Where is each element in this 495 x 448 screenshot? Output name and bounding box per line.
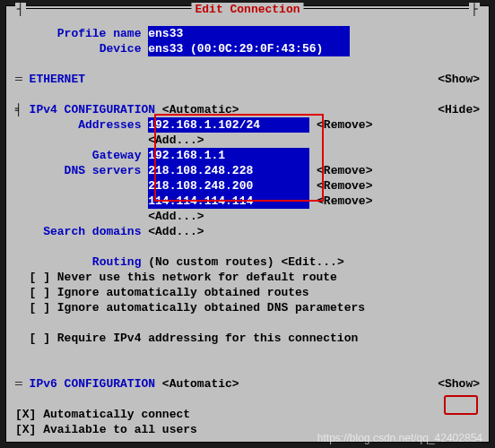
check-auto-connect[interactable]: [X] Automatically connect [15,407,480,422]
gateway-value[interactable]: 192.168.1.1 [148,148,309,163]
ipv6-show[interactable]: <Show> [438,376,480,392]
address-remove-0[interactable]: <Remove> [317,118,372,132]
dns-label: DNS servers [15,164,141,177]
ipv4-expand[interactable]: ╡ [15,103,30,116]
ipv4-mode[interactable]: <Automatic> [162,103,239,116]
ipv6-mode[interactable]: <Automatic> [162,377,239,391]
profile-label: Profile name [15,27,141,40]
address-value-0[interactable]: 192.168.1.102/24 [148,117,309,133]
ethernet-show[interactable]: <Show> [438,72,480,87]
address-add[interactable]: <Add...> [148,134,204,147]
dns-remove-2[interactable]: <Remove> [317,194,372,208]
routing-label: Routing [15,255,141,269]
ipv4-hide[interactable]: <Hide> [438,102,480,117]
routing-value: (No custom routes) [148,255,274,269]
device-label: Device [15,42,141,56]
check-default-route[interactable]: [ ] Never use this network for default r… [15,270,480,285]
search-label: Search domains [15,225,141,238]
profile-input[interactable]: ens33 [148,26,350,41]
ipv6-expand[interactable]: ═ [15,377,30,391]
watermark: https://blog.csdn.net/qq_42402854 [317,432,482,444]
check-ignore-dns[interactable]: [ ] Ignore automatically obtained DNS pa… [15,300,480,315]
dns-0[interactable]: 218.108.248.228 [148,163,309,178]
addresses-label: Addresses [15,118,141,132]
title-bar-right: ├ [469,3,480,16]
ethernet-label: ETHERNET [30,73,85,86]
gateway-label: Gateway [15,149,141,162]
ipv4-label: IPv4 CONFIGURATION [30,103,155,116]
check-require-ipv4[interactable]: [ ] Require IPv4 addressing for this con… [15,331,480,346]
title-bar-left: ┤ [15,3,26,16]
window-title: Edit Connection [191,3,303,16]
dns-remove-1[interactable]: <Remove> [317,179,372,193]
dns-2[interactable]: 114.114.114.114 [148,194,309,209]
search-add[interactable]: <Add...> [148,225,204,238]
routing-edit[interactable]: <Edit...> [282,255,344,269]
dns-remove-0[interactable]: <Remove> [317,164,372,177]
dns-1[interactable]: 218.108.248.200 [148,178,309,194]
ethernet-expand[interactable]: ═ [15,73,30,86]
device-input[interactable]: ens33 (00:0C:29:0F:43:56) [148,41,350,56]
check-ignore-routes[interactable]: [ ] Ignore automatically obtained routes [15,285,480,300]
dns-add[interactable]: <Add...> [148,210,204,223]
ipv6-label: IPv6 CONFIGURATION [30,377,155,391]
